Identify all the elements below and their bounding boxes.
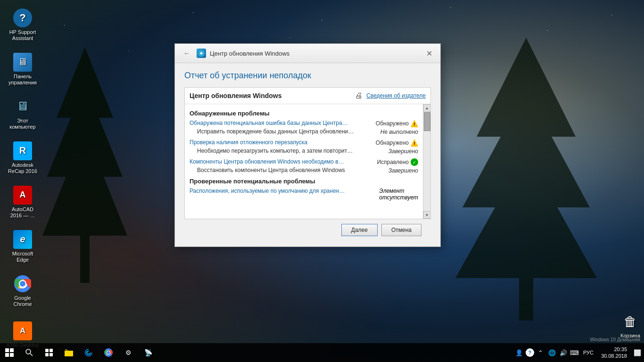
- report-scroll-area: Обнаруженные проблемы Обнаружена потенци…: [185, 104, 423, 219]
- report-content-area: Обнаруженные проблемы Обнаружена потенци…: [185, 104, 430, 219]
- svg-rect-17: [65, 351, 68, 352]
- svg-point-5: [200, 52, 202, 54]
- issue3-sub: Восстановить компоненты Центра обновлени…: [190, 167, 387, 173]
- dialog-heading: Отчет об устранении неполадок: [184, 71, 431, 81]
- svg-rect-15: [50, 353, 53, 356]
- dialog-body: Отчет об устранении неполадок Центр обно…: [175, 63, 440, 247]
- issue1-title[interactable]: Обнаружена потенциальная ошибка базы дан…: [190, 120, 374, 127]
- scrollbar-up-arrow[interactable]: ▲: [423, 104, 431, 112]
- taskbar-settings-button[interactable]: ⚙: [119, 343, 138, 362]
- issue1-status-text: Обнаружено: [376, 120, 409, 127]
- checked1-title[interactable]: Расположения, используемые по умолчанию …: [190, 188, 377, 200]
- taskbar-connect-button[interactable]: 📡: [139, 343, 157, 362]
- report-panel: Центр обновления Windows 🖨 Сведения об и…: [184, 87, 431, 219]
- svg-line-11: [30, 354, 33, 356]
- issue2-sub-status: Завершено: [388, 148, 418, 155]
- checked1-status-text: Элементотсутствует: [379, 188, 418, 201]
- dialog-title-icon: [197, 49, 206, 58]
- section1-header: Обнаруженные проблемы: [190, 110, 418, 117]
- cancel-button[interactable]: Отмена: [381, 224, 421, 236]
- desktop: ? HP Support Assistant 🖥 Панель управлен…: [0, 0, 644, 362]
- svg-rect-14: [45, 353, 49, 356]
- start-button[interactable]: [0, 343, 19, 362]
- search-button[interactable]: [20, 343, 39, 362]
- chevron-up-icon[interactable]: ⌃: [536, 348, 545, 357]
- issue-item-2: Проверка наличия отложенного перезапуска…: [190, 139, 418, 155]
- windows-update-dialog: ← Центр обновления Windows ✕ Отчет об ус…: [174, 43, 441, 247]
- language-indicator[interactable]: РУС: [581, 350, 595, 355]
- svg-rect-9: [10, 353, 14, 357]
- taskbar: ⚙ 📡 👤 ? ⌃ 🌐 🔊 ⌨ РУС 20:35 30.08.2018 ⬜: [0, 343, 644, 362]
- taskbar-edge-button[interactable]: [79, 343, 98, 362]
- taskbar-chrome-button[interactable]: [99, 343, 118, 362]
- report-panel-header: Центр обновления Windows 🖨 Сведения об и…: [185, 88, 430, 104]
- network-icon[interactable]: 🌐: [547, 348, 557, 357]
- keyboard-icon[interactable]: ⌨: [570, 348, 579, 357]
- scrollbar-track: [423, 112, 430, 211]
- system-clock[interactable]: 20:35 30.08.2018: [597, 346, 631, 360]
- print-button[interactable]: 🖨: [355, 91, 363, 100]
- issue-item-3: Компоненты Центра обновления Windows нео…: [190, 158, 418, 174]
- dialog-titlebar: ← Центр обновления Windows ✕: [175, 44, 440, 63]
- issue1-sub: Исправить повреждение базы данных Центра…: [190, 128, 379, 135]
- svg-rect-7: [10, 348, 14, 352]
- next-button[interactable]: Далее: [341, 224, 378, 236]
- issue3-sub-status: Завершено: [388, 167, 418, 174]
- scrollbar-thumb[interactable]: [424, 112, 430, 131]
- dialog-overlay: ← Центр обновления Windows ✕ Отчет об ус…: [0, 0, 644, 362]
- svg-rect-6: [5, 348, 9, 352]
- dialog-titlebar-left: ← Центр обновления Windows: [181, 49, 289, 58]
- file-explorer-button[interactable]: [59, 343, 78, 362]
- user-icon[interactable]: 👤: [514, 348, 524, 357]
- svg-point-20: [107, 351, 110, 354]
- task-view-button[interactable]: [40, 343, 58, 362]
- svg-rect-8: [5, 353, 9, 357]
- issue3-status: Исправлено ✓: [377, 158, 418, 166]
- speaker-icon[interactable]: 🔊: [559, 348, 568, 357]
- taskbar-left-area: ⚙ 📡: [0, 343, 512, 362]
- checked-issue-1: Расположения, используемые по умолчанию …: [190, 188, 418, 201]
- notification-area: 👤 ? ⌃ 🌐 🔊 ⌨ РУС 20:35 30.08.2018 ⬜: [512, 346, 644, 360]
- scrollbar-down-arrow[interactable]: ▼: [423, 211, 431, 219]
- issue-item-1: Обнаружена потенциальная ошибка базы дан…: [190, 120, 418, 135]
- issue3-title[interactable]: Компоненты Центра обновления Windows нео…: [190, 158, 375, 165]
- publisher-link[interactable]: Сведения об издателе: [366, 92, 426, 99]
- dialog-back-button[interactable]: ←: [181, 49, 193, 58]
- issue3-ok-icon: ✓: [411, 158, 418, 166]
- issue2-sub: Необходимо перезагрузить компьютер, а за…: [190, 148, 387, 154]
- issue2-status-text: Обнаружено: [376, 140, 409, 146]
- action-center-icon[interactable]: ⬜: [633, 348, 642, 357]
- issue1-sub-status: Не выполнено: [380, 128, 418, 135]
- issue3-status-text: Исправлено: [377, 159, 409, 165]
- issue2-title[interactable]: Проверка наличия отложенного перезапуска: [190, 139, 374, 146]
- dialog-close-button[interactable]: ✕: [423, 48, 435, 59]
- dialog-title-text: Центр обновления Windows: [210, 50, 289, 57]
- issue1-status: Обнаружено: [376, 120, 418, 127]
- svg-point-10: [26, 349, 31, 354]
- report-scrollbar: ▲ ▼: [423, 104, 430, 219]
- help-icon[interactable]: ?: [526, 348, 534, 357]
- issue2-status: Обнаружено: [376, 139, 418, 147]
- checked1-status: Элементотсутствует: [379, 188, 418, 201]
- svg-rect-13: [50, 349, 53, 352]
- issue1-warning-icon: [411, 120, 418, 127]
- dialog-footer: Далее Отмена: [184, 219, 431, 241]
- report-header-right: 🖨 Сведения об издателе: [355, 91, 426, 100]
- clock-date: 30.08.2018: [601, 353, 627, 359]
- clock-time: 20:35: [601, 346, 627, 353]
- section2-header: Проверенные потенциальные проблемы: [190, 178, 418, 185]
- report-panel-title: Центр обновления Windows: [190, 92, 282, 99]
- issue2-warning-icon: [411, 139, 418, 147]
- svg-rect-12: [45, 349, 49, 352]
